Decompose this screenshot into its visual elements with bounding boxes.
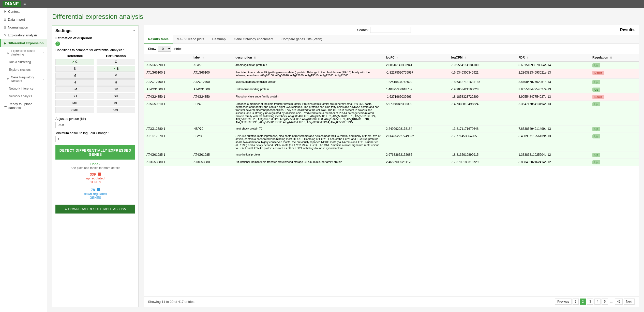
sidebar-item-ready-datasets[interactable]: ☁ Ready to upload datasets [0, 100, 47, 112]
cell-logfc: -1.6271966039696 [383, 93, 449, 101]
sidebar-item-label: Differential Expression [8, 41, 44, 45]
download-button[interactable]: ⬇ DOWNLOAD RESULT TABLE AS .CSV [55, 205, 135, 214]
page-btn-42[interactable]: 42 [615, 299, 623, 305]
sidebar-item-data-import[interactable]: ⊞ Data import [0, 16, 47, 23]
sidebar-item-differential-expression[interactable]: ▶ Differential Expression [0, 39, 47, 47]
tab-gene-ontology[interactable]: Gene Ontology enrichment [230, 35, 277, 44]
pagination-row: Showing 11 to 20 of 417 entries Previous… [144, 296, 639, 307]
cell-description: heat shock protein 70 [233, 125, 383, 133]
sidebar-item-label: Explore clusters [9, 68, 31, 72]
pert-condition-h[interactable]: H [97, 79, 135, 86]
ref-condition-smh[interactable]: SMH [55, 107, 94, 113]
sidebar-item-explore-clusters[interactable]: Explore clusters [0, 66, 47, 74]
cell-logcpm: -16.5346300345921 [449, 69, 516, 79]
sidebar-item-network-inference[interactable]: Network inference [0, 85, 47, 92]
ref-condition-h[interactable]: H [55, 79, 94, 86]
cell-logfc: 2.064952227749622 [383, 133, 449, 151]
page-btn-4[interactable]: 4 [594, 299, 601, 305]
cell-description: Phosphorylase superfamily protein [233, 93, 383, 101]
tab-compare-genes[interactable]: Compare genes lists (Venn) [277, 35, 326, 44]
cell-label: EGY3 [191, 133, 233, 151]
cell-logcpm: -14.7308813496824 [449, 101, 516, 125]
table-row: AT5G59310.1 LTP4 Encodes a member of the… [144, 101, 639, 125]
prev-button[interactable]: Previous [555, 299, 572, 305]
help-icon[interactable]: ? [55, 41, 60, 46]
cell-logfc: 1.22515428742629 [383, 79, 449, 86]
pert-condition-sm[interactable]: SM [97, 86, 135, 92]
see-plots-text: See plots and tables for more details [71, 166, 120, 170]
menu-icon[interactable]: ≡ [23, 2, 26, 6]
sidebar-item-label: Ready to upload datasets [8, 102, 44, 110]
min-logfc-label: Minimum absolute log Fold Change : [55, 131, 135, 135]
col-header-fdr[interactable]: FDR ⇅ [516, 54, 590, 62]
table-row: AT4G01985.1 AT4G01985 hypothetical prote… [144, 151, 639, 159]
pert-condition-c[interactable]: C [97, 59, 135, 65]
tab-ma-vulcano[interactable]: MA - Vulcano plots [173, 35, 208, 44]
page-btn-2[interactable]: 2 [580, 299, 586, 305]
pagination-info: Showing 11 to 20 of 417 entries [148, 300, 194, 304]
cell-fdr: 5.36471785413194e-13 [516, 101, 590, 125]
cell-id: AT1G66100.1 [144, 69, 191, 79]
cell-label: LTP4 [191, 101, 233, 125]
sidebar-item-expression-clustering[interactable]: ⊙ Expression based clustering › [0, 47, 47, 58]
cell-logcpm: -17.771453064905 [449, 133, 516, 151]
sidebar-item-network-analysis[interactable]: Network analysis [0, 92, 47, 100]
search-input[interactable] [370, 27, 411, 33]
ref-condition-sh[interactable]: SH [55, 93, 94, 99]
cell-label: AT1G66100 [191, 69, 233, 79]
sidebar-item-normalisation[interactable]: ⊟ Normalisation [0, 23, 47, 31]
page-btn-3[interactable]: 3 [587, 299, 593, 305]
cell-description: Encodes a member of the lipid transfer p… [233, 101, 383, 125]
sidebar-item-run-clustering[interactable]: Run a clustering [0, 58, 47, 66]
ref-condition-mh[interactable]: MH [55, 100, 94, 106]
settings-close-button[interactable]: − [133, 29, 135, 32]
cell-id: AT5G59310.1 [144, 101, 191, 125]
ref-condition-s[interactable]: S [55, 66, 94, 72]
pert-condition-smh[interactable]: SMH [97, 107, 135, 113]
ref-condition-m[interactable]: M [55, 73, 94, 79]
col-header-id[interactable] [144, 54, 191, 62]
pert-condition-mh[interactable]: MH [97, 100, 135, 106]
next-button[interactable]: Next [624, 299, 635, 305]
entries-label: entries [173, 47, 183, 51]
adj-pvalue-input[interactable] [55, 122, 135, 128]
cell-fdr: 3.44085787762951e-13 [516, 79, 590, 86]
cell-id: AT4G24350.1 [144, 93, 191, 101]
sidebar-item-context[interactable]: ⚑ Context [0, 8, 47, 16]
cell-id: AT1G17870.1 [144, 133, 191, 151]
tab-results-table[interactable]: Results table [144, 35, 173, 44]
show-select[interactable]: 10 25 50 100 [158, 46, 171, 52]
cell-logcpm: -19.9554114134109 [449, 62, 516, 69]
min-logfc-input[interactable] [55, 136, 135, 142]
table-row: AT1G17870.1 EGY3 S2P-like putative metal… [144, 133, 639, 151]
stats-section: 339 up regulated GENES 78 down-regulated… [55, 172, 135, 200]
settings-title: Settings [55, 29, 135, 33]
sidebar-item-gene-regulatory-network[interactable]: ⊙ Gene Regulatory Network › [0, 74, 47, 85]
pert-condition-m[interactable]: M [97, 73, 135, 79]
col-header-description[interactable]: description ⇅ [233, 54, 383, 62]
done-text: Done ▪ [90, 162, 100, 166]
cell-regulation: Up [590, 62, 639, 69]
cell-logcpm: -13.8171171679648 [449, 125, 516, 133]
settings-panel: Settings − Estimation of disperion ? Con… [52, 25, 139, 307]
page-btn-1[interactable]: 1 [573, 299, 579, 305]
cell-logcpm: -18.1858323722209 [449, 93, 516, 101]
col-header-regulation[interactable]: Regulation ⇅ [590, 54, 639, 62]
pert-condition-sh[interactable]: SH [97, 93, 135, 99]
pert-condition-s[interactable]: S [97, 66, 135, 72]
col-header-logfc[interactable]: logFC ⇅ [383, 54, 449, 62]
page-btn-5[interactable]: 5 [602, 299, 608, 305]
chevron-right-icon-2: › [43, 77, 44, 81]
cell-label: AT4G01985 [191, 151, 233, 159]
cell-regulation: Up [590, 86, 639, 93]
detect-button[interactable]: DETECT DIFFERENTIALLY EXPRESSED GENES [55, 145, 135, 160]
tab-heatmap[interactable]: Heatmap [208, 35, 230, 44]
col-header-label[interactable]: label ⇅ [191, 54, 233, 62]
app-logo: DIANE [3, 1, 21, 7]
ref-condition-sm[interactable]: SM [55, 86, 94, 92]
sidebar-item-exploratory-analysis[interactable]: ⟳ Exploratory analysis [0, 31, 47, 39]
down-count: 78 [91, 188, 95, 192]
ref-condition-c[interactable]: C [55, 59, 94, 65]
estimation-label: Estimation of disperion [55, 36, 135, 40]
col-header-logcpm[interactable]: logCPM ⇅ [449, 54, 516, 62]
